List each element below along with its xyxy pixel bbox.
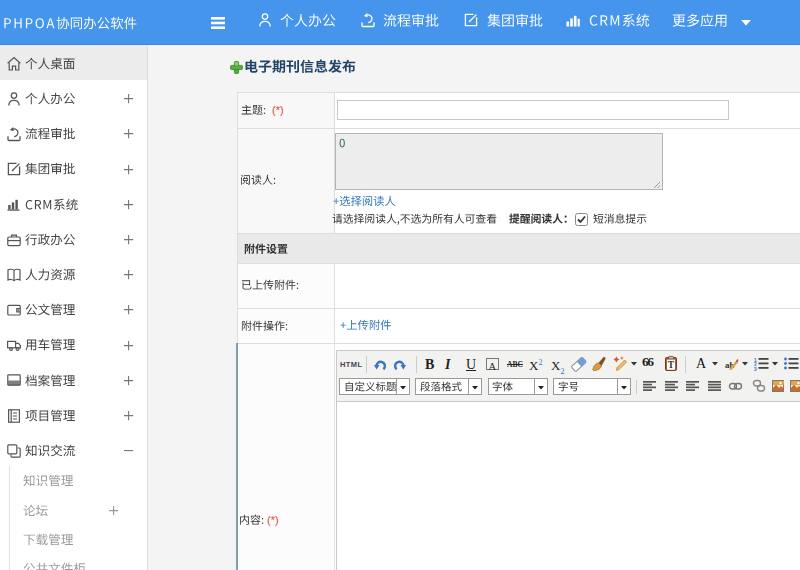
svg-text:3: 3: [754, 367, 757, 372]
svg-text:T: T: [668, 360, 675, 370]
